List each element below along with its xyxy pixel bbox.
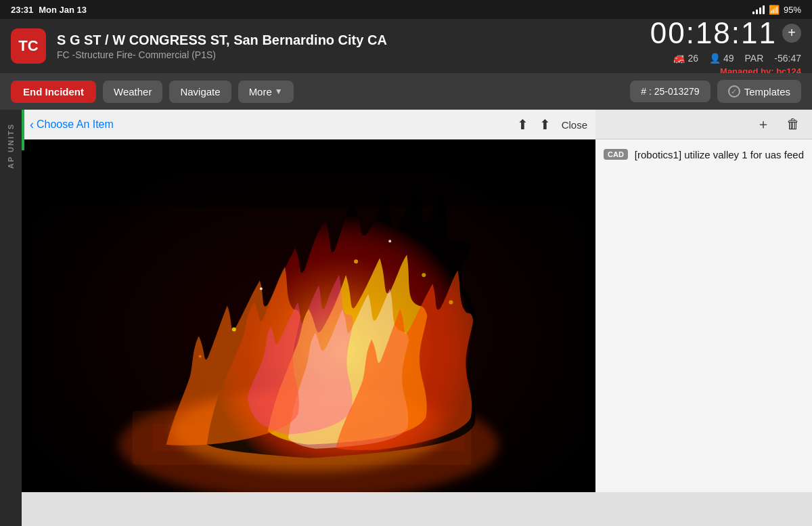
share-icon[interactable]: ⬆ [517,116,528,133]
timer-display: 00:18:11 [650,16,777,50]
back-button[interactable]: ‹ Choose An Item [30,118,114,132]
svg-point-8 [388,240,391,242]
person-count: 👤 49 [709,53,734,64]
incident-info: S G ST / W CONGRESS ST, San Bernardino C… [57,32,639,60]
timer-plus-button[interactable]: + [782,24,801,43]
signal-icon [752,5,765,14]
weather-button[interactable]: Weather [103,81,162,103]
main-content: ‹ Choose An Item ⬆ ⬆ Close [22,110,812,526]
navigate-button[interactable]: Navigate [169,81,231,103]
par-time: -56:47 [774,53,801,64]
more-chevron-icon: ▼ [275,87,283,96]
timer-row: 00:18:11 + [650,16,801,50]
incident-subtitle: FC -Structure Fire- Commercial (P1S) [57,49,639,60]
toolbar-right: # : 25-013279 ✓ Templates [630,80,801,103]
header: TC S G ST / W CONGRESS ST, San Bernardin… [0,19,812,73]
add-item-button[interactable]: ＋ [752,114,774,135]
time-display: 23:31 [11,5,33,15]
cad-badge: CAD [604,149,628,160]
delete-item-button[interactable]: 🗑 [782,114,804,135]
fire-svg [22,139,595,526]
more-button[interactable]: More ▼ [238,81,294,103]
back-chevron-icon: ‹ [30,118,34,132]
close-button[interactable]: Close [562,119,587,131]
svg-point-5 [232,327,236,331]
battery-level: 95% [784,5,801,15]
green-line-indicator [22,110,24,150]
choose-icons: ⬆ ⬆ Close [517,116,587,133]
cad-text: [robotics1] utilize valley 1 for uas fee… [635,148,804,162]
timer-section: 00:18:11 + 🚒 26 👤 49 PAR -56:47 Managed … [650,16,801,76]
svg-rect-13 [30,139,586,173]
status-bar-right: 📶 95% [752,5,801,15]
wifi-icon: 📶 [769,5,780,15]
bottom-bar [0,492,812,526]
right-panel: ＋ 🗑 CAD [robotics1] utilize valley 1 for… [595,110,812,526]
choose-item-label: Choose An Item [37,118,114,131]
fire-image [22,139,595,526]
par-label: PAR [745,53,764,64]
tc-logo: TC [11,28,46,64]
status-bar-left: 23:31 Mon Jan 13 [11,5,87,15]
choose-item-bar: ‹ Choose An Item ⬆ ⬆ Close [22,110,595,139]
svg-point-7 [354,259,358,263]
incident-title: S G ST / W CONGRESS ST, San Bernardino C… [57,32,639,48]
stats-row: 🚒 26 👤 49 PAR -56:47 [673,53,801,64]
export-icon[interactable]: ⬆ [539,116,551,133]
image-area: ‹ Choose An Item ⬆ ⬆ Close [22,110,595,526]
svg-point-11 [449,300,453,304]
incident-number-button[interactable]: # : 25-013279 [630,81,710,102]
toolbar: End Incident Weather Navigate More ▼ # :… [0,73,812,110]
sidebar-label: AP UNITS [7,123,15,169]
svg-point-6 [260,287,263,290]
templates-button[interactable]: ✓ Templates [717,80,801,103]
check-circle-icon: ✓ [728,85,740,97]
date-display: Mon Jan 13 [39,5,87,15]
left-sidebar: AP UNITS [0,110,22,526]
cad-message: CAD [robotics1] utilize valley 1 for uas… [604,148,804,162]
svg-point-9 [422,273,426,277]
end-incident-button[interactable]: End Incident [11,81,96,103]
right-panel-header: ＋ 🗑 [595,110,812,139]
svg-point-10 [199,355,202,358]
unit-count: 🚒 26 [673,53,698,64]
right-panel-content: CAD [robotics1] utilize valley 1 for uas… [595,139,812,526]
